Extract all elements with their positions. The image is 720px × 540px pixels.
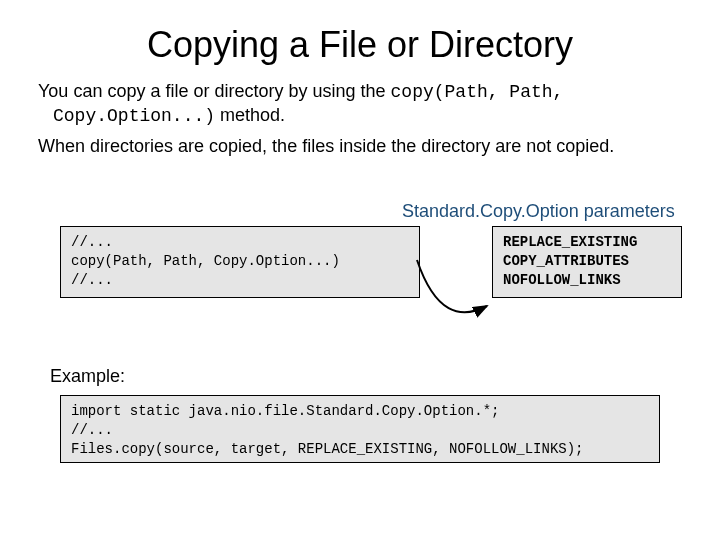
options-header: Standard.Copy.Option parameters <box>402 201 675 222</box>
para1-text-b: method. <box>215 105 285 125</box>
slide-body: You can copy a file or directory by usin… <box>0 80 720 158</box>
paragraph-1: You can copy a file or directory by usin… <box>38 80 682 129</box>
para1-code-2: Copy.Option...) <box>53 106 215 126</box>
para1-text-a: You can copy a file or directory by usin… <box>38 81 391 101</box>
arrow-icon <box>415 258 505 330</box>
code-box-options: REPLACE_EXISTING COPY_ATTRIBUTES NOFOLLO… <box>492 226 682 298</box>
slide: Copying a File or Directory You can copy… <box>0 0 720 540</box>
slide-title: Copying a File or Directory <box>0 0 720 74</box>
code-box-usage: //... copy(Path, Path, Copy.Option...) /… <box>60 226 420 298</box>
code-box-example: import static java.nio.file.Standard.Cop… <box>60 395 660 463</box>
example-label: Example: <box>50 366 125 387</box>
paragraph-2: When directories are copied, the files i… <box>38 135 682 158</box>
para1-code-1: copy(Path, Path, <box>391 82 564 102</box>
